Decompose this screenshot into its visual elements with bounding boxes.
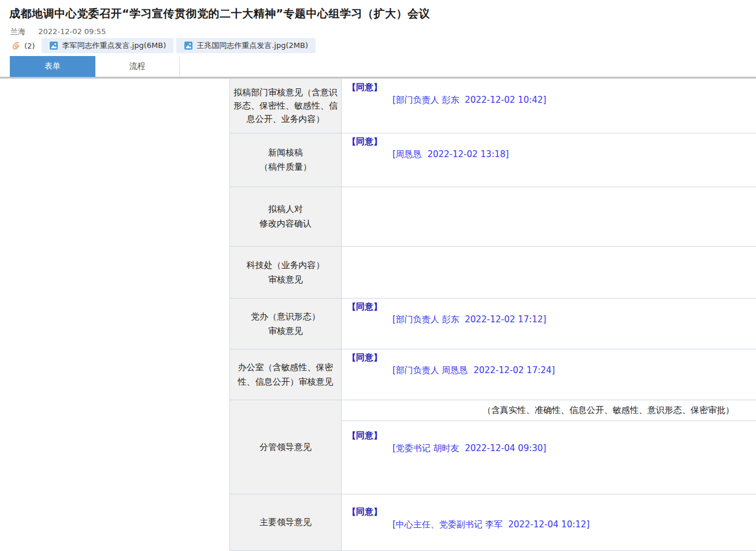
field-value-empty <box>342 247 756 298</box>
field-value: 【同意】 [周恳恳 2022-12-02 13:18] <box>342 133 756 187</box>
field-label: 分管领导意见 <box>230 400 342 494</box>
field-value: （含真实性、准确性、信息公开、敏感性、意识形态、保密审批） 【同意】 [党委书记… <box>342 400 756 494</box>
document-meta: 兰海 2022-12-02 09:55 <box>10 27 116 37</box>
page: 成都地调中心党委召开“学习宣传贯彻党的二十大精神”专题中心组学习（扩大）会议 兰… <box>0 0 756 551</box>
field-label: 主要领导意见 <box>230 494 342 550</box>
field-label: 办公室（含敏感性、保密性、信息公开）审核意见 <box>230 349 342 400</box>
approval-status: 【同意】 <box>347 82 750 93</box>
approval-signature: [部门负责人 彭东 2022-12-02 10:42] <box>392 95 750 106</box>
field-value: 【同意】 [部门负责人 周恳恳 2022-12-02 17:24] <box>342 349 756 400</box>
approval-signature: [中心主任、党委副书记 李军 2022-12-04 10:12] <box>392 519 750 530</box>
approval-signature: [党委书记 胡时友 2022-12-04 09:30] <box>392 443 750 454</box>
page-title: 成都地调中心党委召开“学习宣传贯彻党的二十大精神”专题中心组学习（扩大）会议 <box>9 6 430 21</box>
approval-form-table: 拟稿部门审核意见（含意识形态、保密性、敏感性、信息公开、业务内容） 【同意】 [… <box>229 79 756 551</box>
field-value: 【同意】 [中心主任、党委副书记 李军 2022-12-04 10:12] <box>342 494 756 550</box>
created-datetime: 2022-12-02 09:55 <box>38 27 106 36</box>
field-label: 科技处（业务内容） 审核意见 <box>230 247 342 298</box>
approval-block: 【同意】 [党委书记 胡时友 2022-12-04 09:30] <box>342 421 756 454</box>
attachment-count: (2) <box>24 42 35 50</box>
author-name: 兰海 <box>10 27 25 36</box>
field-value-empty <box>342 187 756 246</box>
table-row: 主要领导意见 【同意】 [中心主任、党委副书记 李军 2022-12-04 10… <box>230 494 756 551</box>
field-label: 新闻核稿 （稿件质量） <box>230 133 342 187</box>
tab-form[interactable]: 表单 <box>10 56 95 77</box>
approval-status: 【同意】 <box>347 430 750 441</box>
field-label: 拟稿人对 修改内容确认 <box>230 187 342 246</box>
image-file-icon <box>184 41 193 50</box>
table-row: 分管领导意见 （含真实性、准确性、信息公开、敏感性、意识形态、保密审批） 【同意… <box>230 400 756 494</box>
review-scope-note: （含真实性、准确性、信息公开、敏感性、意识形态、保密审批） <box>342 400 756 421</box>
image-file-icon <box>49 41 58 50</box>
tab-bar: 表单 流程 <box>0 56 756 77</box>
attachments-row: (2) 李军同志作重点发言.jpg(6MB) 王兆国同志作重点发言.jpg(2M… <box>12 38 318 53</box>
field-label: 党办（意识形态） 审核意见 <box>230 299 342 349</box>
table-row: 拟稿部门审核意见（含意识形态、保密性、敏感性、信息公开、业务内容） 【同意】 [… <box>230 79 756 133</box>
field-label: 拟稿部门审核意见（含意识形态、保密性、敏感性、信息公开、业务内容） <box>230 79 342 133</box>
table-row: 新闻核稿 （稿件质量） 【同意】 [周恳恳 2022-12-02 13:18] <box>230 133 756 187</box>
table-row: 科技处（业务内容） 审核意见 <box>230 247 756 299</box>
approval-status: 【同意】 <box>347 507 750 518</box>
attachment-name: 王兆国同志作重点发言.jpg(2MB) <box>197 40 308 51</box>
approval-status: 【同意】 <box>347 136 750 147</box>
table-row: 党办（意识形态） 审核意见 【同意】 [部门负责人 彭东 2022-12-02 … <box>230 299 756 349</box>
approval-signature: [部门负责人 周恳恳 2022-12-02 17:24] <box>392 365 750 376</box>
table-row: 办公室（含敏感性、保密性、信息公开）审核意见 【同意】 [部门负责人 周恳恳 2… <box>230 349 756 400</box>
tab-process[interactable]: 流程 <box>95 56 180 77</box>
approval-signature: [周恳恳 2022-12-02 13:18] <box>392 149 750 160</box>
table-row: 拟稿人对 修改内容确认 <box>230 187 756 247</box>
field-value: 【同意】 [部门负责人 彭东 2022-12-02 10:42] <box>342 79 756 133</box>
approval-signature: [部门负责人 彭东 2022-12-02 17:12] <box>392 314 750 325</box>
paperclip-icon <box>12 41 21 50</box>
approval-status: 【同意】 <box>347 352 750 363</box>
attachment-name: 李军同志作重点发言.jpg(6MB) <box>62 40 166 51</box>
document-header: 成都地调中心党委召开“学习宣传贯彻党的二十大精神”专题中心组学习（扩大）会议 兰… <box>0 0 756 56</box>
field-value: 【同意】 [部门负责人 彭东 2022-12-02 17:12] <box>342 299 756 349</box>
attachment-chip[interactable]: 李军同志作重点发言.jpg(6MB) <box>42 38 173 53</box>
attachment-chip[interactable]: 王兆国同志作重点发言.jpg(2MB) <box>176 38 316 53</box>
approval-status: 【同意】 <box>347 301 750 312</box>
